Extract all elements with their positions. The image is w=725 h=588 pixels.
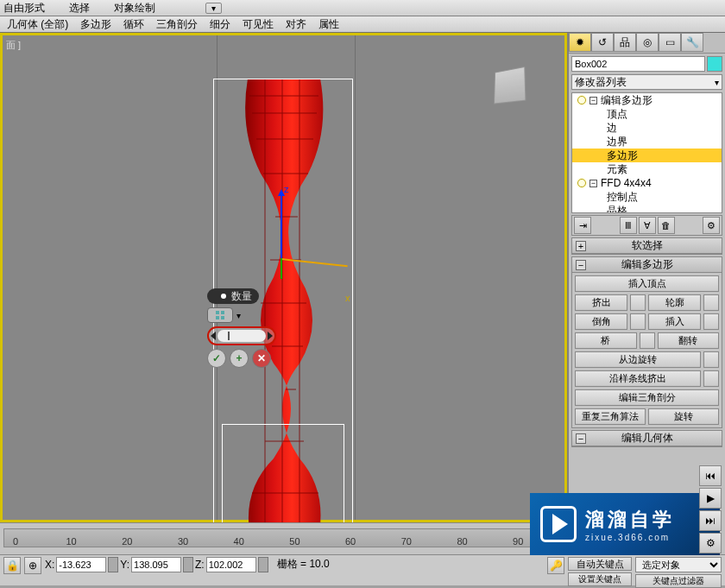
hinge-settings[interactable] [703,351,719,368]
rollout-editpoly-header[interactable]: −编辑多边形 [572,257,722,273]
sub-geometry-all[interactable]: 几何体 (全部) [3,17,72,32]
lock-selection-button[interactable]: 🔒 [3,557,21,574]
sub-tri[interactable]: 三角剖分 [153,17,201,32]
caddy: 数量 ▾ ✓ + ✕ [207,288,285,368]
bevel-button[interactable]: 倒角 [575,313,627,330]
mod-edge[interactable]: 边 [607,121,617,136]
z-spinner[interactable] [258,557,268,572]
mod-ffd[interactable]: FFD 4x4x4 [601,177,652,189]
tab-create[interactable]: ✹ [569,33,591,52]
flip-button[interactable]: 翻转 [658,332,720,349]
y-spinner[interactable] [183,557,193,572]
tab-utilities[interactable]: 🔧 [681,33,703,52]
gizmo-x-label: x [345,293,350,303]
extrude-spline-button[interactable]: 沿样条线挤出 [575,370,701,387]
rollout-editgeo-header[interactable]: −编辑几何体 [572,431,722,446]
caddy-apply-button[interactable]: + [230,349,249,368]
outline-button[interactable]: 轮廓 [648,294,701,311]
object-name-input[interactable] [571,56,705,72]
mod-vertex[interactable]: 顶点 [607,107,627,122]
menu-objectpaint[interactable]: 对象绘制 [114,1,155,16]
caddy-cancel-button[interactable]: ✕ [252,349,271,368]
mod-element[interactable]: 元素 [607,162,627,177]
time-config-button[interactable]: ⚙ [699,533,722,553]
prev-key-button[interactable]: ⏮ [699,465,722,486]
remove-mod-button[interactable]: 🗑 [658,217,675,234]
viewport[interactable]: 面 ] [0,33,567,522]
bridge-settings[interactable] [640,332,655,349]
logo-url: zixue.3d66.com [585,533,675,542]
bevel-settings[interactable] [630,313,646,330]
caddy-ok-button[interactable]: ✓ [207,349,226,368]
bulb-icon[interactable] [577,96,586,104]
mod-edit-poly[interactable]: 编辑多边形 [601,93,652,108]
viewport-label: 面 ] [6,39,21,52]
menu-dropdown-icon[interactable]: ▾ [205,3,222,14]
motion-icon: ◎ [643,36,652,48]
edit-tri-button[interactable]: 编辑三角剖分 [575,389,719,406]
sub-polygon[interactable]: 多边形 [77,17,115,32]
grid-label: 栅格 = 10.0 [277,557,330,572]
sub-align[interactable]: 对齐 [282,17,310,32]
tab-display[interactable]: ▭ [659,33,681,52]
tab-modify[interactable]: ↺ [591,33,614,52]
inset-button[interactable]: 插入 [648,313,701,330]
svg-rect-1 [221,311,224,314]
sub-subdiv[interactable]: 细分 [206,17,234,32]
autokey-button[interactable]: 自动关键点 [568,557,632,571]
turn-button[interactable]: 旋转 [648,408,719,425]
extrude-spline-settings[interactable] [703,370,719,387]
extrude-button[interactable]: 挤出 [575,294,627,311]
bridge-button[interactable]: 桥 [575,332,637,349]
mod-polygon[interactable]: 多边形 [607,149,638,163]
extrude-settings[interactable] [630,294,646,311]
mod-lattice[interactable]: 晶格 [607,204,627,214]
play-button[interactable]: ▶ [699,488,722,509]
time-track[interactable]: 0 10 20 30 40 50 60 70 80 90 100 [3,528,564,547]
object-color-swatch[interactable] [707,56,722,72]
absolute-mode-button[interactable]: ⊕ [24,557,41,574]
caddy-mode-chip[interactable] [207,307,233,323]
transform-gizmo[interactable] [281,191,282,260]
bulb-icon[interactable] [577,179,586,187]
make-unique-button[interactable]: ∀ [639,217,656,234]
configure-sets-button[interactable]: ⚙ [703,217,720,234]
y-label: Y: [120,559,129,571]
menu-freeform[interactable]: 自由形式 [3,1,45,16]
inset-settings[interactable] [703,313,719,330]
modifier-list-combo[interactable]: 修改器列表 [571,74,722,90]
tab-motion[interactable]: ◎ [636,33,659,52]
ribbon-submenubar: 几何体 (全部) 多边形 循环 三角剖分 细分 可见性 对齐 属性 [0,16,725,33]
setkey-button[interactable]: 设置关键点 [568,572,632,586]
x-spinner[interactable] [108,557,118,572]
mod-border[interactable]: 边界 [607,135,627,149]
next-key-button[interactable]: ⏭ [699,510,722,531]
modifier-stack[interactable]: −编辑多边形 顶点 边 边界 多边形 元素 −FFD 4x4x4 控制点 晶格 [571,92,722,213]
outline-settings[interactable] [703,294,719,311]
key-filter-select[interactable]: 选定对象 [635,557,722,572]
sub-visibility[interactable]: 可见性 [239,17,277,32]
key-filters-button[interactable]: 关键点过滤器 [635,574,722,588]
mod-ctrl[interactable]: 控制点 [607,190,638,205]
viewcube[interactable] [494,66,526,104]
sub-loop[interactable]: 循环 [120,17,148,32]
sub-props[interactable]: 属性 [315,17,343,32]
show-end-result-button[interactable]: Ⅲ [620,217,637,234]
retri-button[interactable]: 重复三角算法 [575,408,646,425]
x-coord-input[interactable] [56,557,106,572]
rollout-edit-geometry: −编辑几何体 [571,430,722,447]
chevron-down-icon[interactable]: ▾ [236,311,241,320]
menu-select[interactable]: 选择 [69,1,90,16]
tick-30: 30 [178,536,188,547]
pin-stack-button[interactable]: ⇥ [574,217,591,234]
timeline[interactable]: 0 10 20 30 40 50 60 70 80 90 100 [0,522,567,554]
status-bar: 🔒 ⊕ X: Y: Z: 栅格 = 10.0 🔑 自动关键点 设置关键点 选定对… [0,554,725,585]
rollout-soft-header[interactable]: +软选择 [572,238,722,254]
key-icon-button[interactable]: 🔑 [547,557,564,574]
hinge-button[interactable]: 从边旋转 [575,351,701,368]
tab-hierarchy[interactable]: 品 [614,33,636,52]
z-coord-input[interactable] [206,557,256,572]
caddy-slider[interactable] [207,326,276,345]
insert-vertex-button[interactable]: 插入顶点 [575,275,719,292]
y-coord-input[interactable] [131,557,181,572]
